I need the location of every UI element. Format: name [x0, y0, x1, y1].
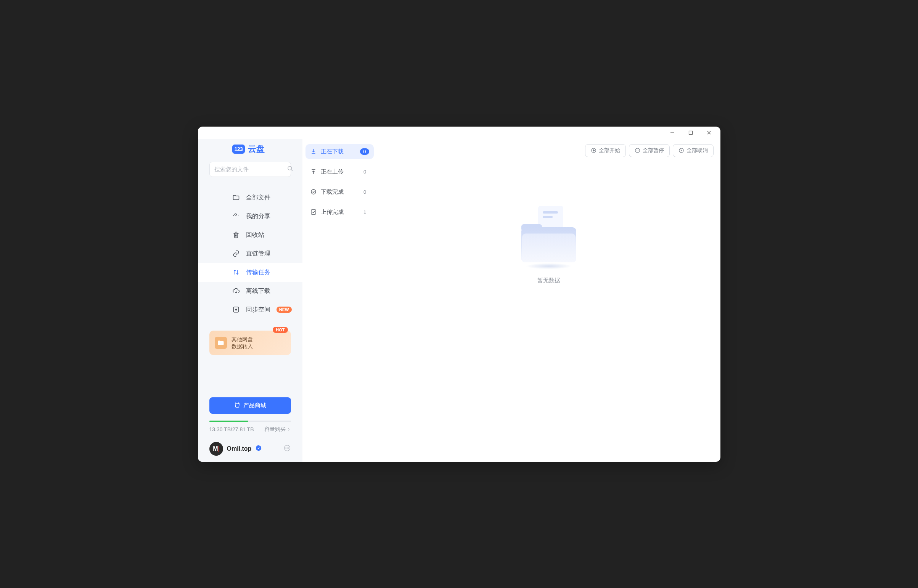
main-panel: 全部开始 全部暂停 全部取消 暂无数: [377, 139, 721, 462]
nav-label: 回收站: [246, 231, 264, 239]
svg-point-13: [287, 447, 288, 448]
verified-icon: [255, 444, 262, 453]
shop-label: 产品商城: [243, 402, 266, 409]
avatar[interactable]: M: [209, 442, 223, 456]
nav-label: 全部文件: [246, 194, 270, 202]
nav-label: 传输任务: [246, 268, 270, 276]
start-all-button[interactable]: 全部开始: [585, 144, 626, 157]
chevron-right-icon: [286, 427, 291, 432]
storage-buy-link[interactable]: 容量购买: [264, 426, 291, 433]
nav-my-shares[interactable]: 我的分享: [198, 207, 302, 226]
task-tab-uploading[interactable]: 正在上传 0: [305, 164, 374, 179]
svg-point-10: [235, 309, 236, 310]
sync-icon: [232, 306, 240, 313]
nav-label: 我的分享: [246, 212, 270, 220]
cancel-all-button[interactable]: 全部取消: [673, 144, 714, 157]
task-label: 下载完成: [321, 188, 344, 195]
app-window: 123 云盘 全部文件 我的分享: [198, 127, 721, 462]
cloud-download-icon: [232, 287, 240, 295]
button-label: 全部开始: [599, 147, 620, 154]
button-label: 全部取消: [687, 147, 708, 154]
user-more-icon[interactable]: [283, 444, 291, 453]
nav-label: 离线下载: [246, 287, 270, 295]
svg-line-5: [291, 169, 292, 170]
titlebar: [198, 127, 721, 139]
task-category-list: 正在下载 0 正在上传 0 下载完成 0 上传完成 1: [302, 139, 377, 462]
search-icon: [287, 165, 294, 173]
cancel-icon: [679, 147, 684, 153]
task-count: 0: [361, 189, 369, 195]
task-count: 0: [361, 169, 369, 174]
logo-text: 云盘: [248, 144, 265, 155]
import-folder-icon: [215, 337, 227, 349]
pause-icon: [635, 147, 640, 153]
svg-point-12: [285, 447, 286, 448]
logo: 123 云盘: [198, 144, 302, 162]
pause-all-button[interactable]: 全部暂停: [629, 144, 670, 157]
logo-badge: 123: [232, 145, 245, 153]
task-count: 0: [360, 148, 369, 155]
sidebar-bottom: 产品商城 13.30 TB/27.81 TB 容量购买 M Omii.top: [198, 390, 302, 462]
empty-state: 暂无数据: [377, 162, 721, 462]
maximize-button[interactable]: [682, 128, 699, 138]
sidebar: 123 云盘 全部文件 我的分享: [198, 139, 302, 462]
task-tab-upload-done[interactable]: 上传完成 1: [305, 205, 374, 220]
search-box[interactable]: [209, 162, 291, 177]
nav: 全部文件 我的分享 回收站 直链管理 传输任务: [198, 184, 302, 390]
task-tab-download-done[interactable]: 下载完成 0: [305, 184, 374, 199]
task-label: 上传完成: [321, 208, 344, 216]
toolbar: 全部开始 全部暂停 全部取消: [377, 139, 721, 162]
folder-icon: [232, 194, 240, 201]
import-card[interactable]: HOT 其他网盘 数据转入: [209, 331, 291, 355]
user-row: M Omii.top: [209, 442, 291, 456]
upload-icon: [310, 168, 317, 175]
svg-rect-16: [311, 210, 316, 214]
task-label: 正在下载: [321, 148, 344, 155]
svg-point-4: [288, 166, 292, 170]
link-icon: [232, 250, 240, 257]
nav-direct-links[interactable]: 直链管理: [198, 244, 302, 263]
svg-point-14: [288, 447, 289, 448]
share-icon: [232, 212, 240, 220]
svg-point-15: [311, 189, 316, 194]
button-label: 全部暂停: [643, 147, 664, 154]
download-icon: [310, 148, 317, 155]
storage-bar: [209, 421, 291, 422]
nav-label: 同步空间: [246, 306, 270, 314]
trash-icon: [232, 231, 240, 239]
empty-text: 暂无数据: [537, 277, 560, 284]
username: Omii.top: [227, 445, 252, 452]
new-badge: NEW: [276, 307, 292, 313]
minimize-button[interactable]: [664, 128, 681, 138]
empty-folder-icon: [514, 204, 583, 269]
nav-sync-space[interactable]: 同步空间 NEW: [198, 300, 302, 319]
svg-point-18: [635, 148, 639, 152]
nav-offline-download[interactable]: 离线下载: [198, 282, 302, 300]
transfer-icon: [232, 268, 240, 276]
task-tab-downloading[interactable]: 正在下载 0: [305, 144, 374, 159]
search-input[interactable]: [214, 166, 287, 172]
nav-label: 直链管理: [246, 250, 270, 258]
shop-button[interactable]: 产品商城: [209, 397, 291, 414]
close-button[interactable]: [701, 128, 718, 138]
nav-recycle[interactable]: 回收站: [198, 226, 302, 244]
shop-icon: [234, 402, 240, 409]
import-text: 其他网盘 数据转入: [231, 336, 253, 350]
check-square-icon: [310, 208, 317, 215]
play-icon: [591, 147, 596, 153]
nav-transfer-tasks[interactable]: 传输任务: [198, 263, 302, 282]
storage-fill: [209, 421, 249, 422]
task-count: 1: [361, 209, 369, 215]
check-circle-icon: [310, 188, 317, 195]
task-label: 正在上传: [321, 168, 344, 175]
storage-text: 13.30 TB/27.81 TB: [209, 426, 254, 433]
nav-all-files[interactable]: 全部文件: [198, 188, 302, 207]
content: 123 云盘 全部文件 我的分享: [198, 139, 721, 462]
hot-badge: HOT: [273, 327, 288, 333]
svg-rect-1: [689, 131, 692, 134]
